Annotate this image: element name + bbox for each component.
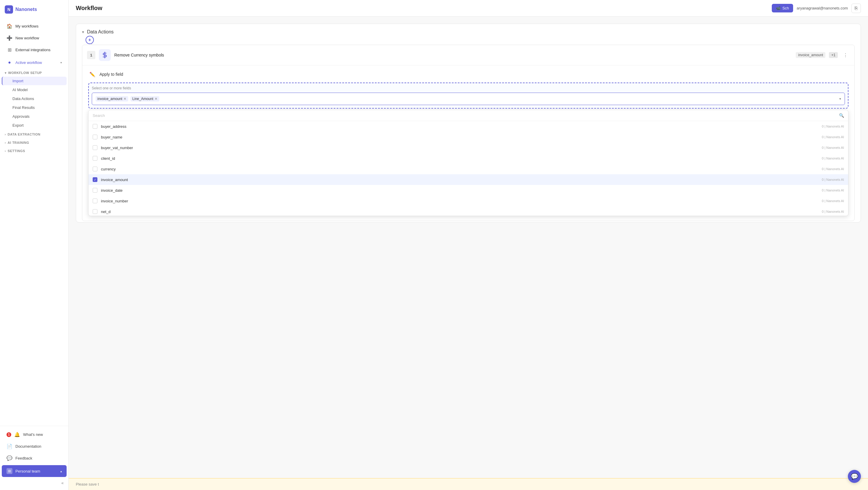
dropdown-item[interactable]: invoice_number0 | Nanonets AI [89, 196, 848, 206]
sidebar-item-approvals[interactable]: Approvals [2, 112, 67, 121]
step-icon [99, 49, 111, 61]
dropdown-checkbox [93, 145, 97, 150]
plus-icon: ➕ [6, 35, 12, 41]
search-icon: 🔍 [839, 113, 844, 118]
field-chip-remove-line-amount[interactable]: ✕ [155, 97, 157, 101]
home-icon: 🏠 [6, 23, 12, 29]
data-actions-label: Data Actions [12, 96, 34, 101]
sidebar-item-import[interactable]: Import [2, 77, 67, 85]
field-chip-remove-invoice-amount[interactable]: ✕ [123, 97, 126, 101]
dropdown-item-name: invoice_number [101, 199, 818, 203]
apply-field-header: ✏️ Apply to field [88, 70, 848, 78]
documentation-icon: 📄 [6, 444, 12, 449]
workflow-setup-label: WORKFLOW SETUP [8, 71, 42, 74]
sidebar-item-active-workflow[interactable]: ● Active workflow ▾ [2, 57, 67, 68]
dropdown-checkbox [93, 156, 97, 161]
sidebar-item-external-integrations[interactable]: ⊞ External integrations [2, 44, 67, 56]
dropdown-item-meta: 0 | Nanonets AI [822, 125, 844, 128]
data-actions-container: ▾ Data Actions + 1 [76, 24, 861, 223]
dropdown-item-meta: 0 | Nanonets AI [822, 199, 844, 203]
field-chip-label-invoice-amount: invoice_amount [97, 97, 122, 101]
field-selector-input[interactable]: invoice_amount ✕ Line_Amount ✕ ▾ [92, 93, 845, 105]
ai-training-header[interactable]: › AI TRAINING [0, 139, 68, 146]
workflow-card: 1 Remove Currency symbols invoice_amount… [82, 45, 855, 221]
documentation-label: Documentation [16, 444, 41, 449]
dropdown-item[interactable]: currency0 | Nanonets AI [89, 164, 848, 174]
sidebar-item-final-results[interactable]: Final Results [2, 103, 67, 112]
edit-icon: ✏️ [88, 70, 96, 78]
dropdown-search-input[interactable] [93, 113, 837, 118]
dropdown-item-meta: 0 | Nanonets AI [822, 210, 844, 213]
dropdown-checkbox [93, 124, 97, 129]
sidebar-item-new-workflow[interactable]: ➕ New workflow [2, 32, 67, 44]
collapse-sidebar-button[interactable]: « [0, 478, 68, 488]
dropdown-checkbox [93, 167, 97, 171]
field-selector-label: Select one or more fields [92, 86, 845, 90]
data-extraction-chevron: › [5, 133, 6, 136]
sidebar-nav: 🏠 My workflows ➕ New workflow ⊞ External… [0, 19, 68, 426]
import-label: Import [12, 79, 23, 83]
dropdown-item-meta: 0 | Nanonets AI [822, 157, 844, 160]
dropdown-item[interactable]: client_id0 | Nanonets AI [89, 153, 848, 164]
sidebar-item-ai-model[interactable]: AI Model [2, 86, 67, 94]
personal-team-label: Personal team [16, 469, 40, 473]
step-more-button[interactable]: ⋮ [841, 51, 850, 59]
step-tag-invoice: invoice_amount [796, 52, 825, 58]
integrations-icon: ⊞ [6, 47, 12, 53]
sidebar-item-documentation[interactable]: 📄 Documentation [2, 440, 67, 452]
feedback-icon: 💬 [6, 455, 12, 461]
topbar: Workflow 📹 Sch aryanagrawal@nanonets.com… [69, 0, 868, 17]
dropdown-item[interactable]: buyer_address0 | Nanonets AI [89, 121, 848, 132]
nav-label-external-integrations: External integrations [16, 47, 51, 52]
active-workflow-icon: ● [6, 60, 12, 65]
logo[interactable]: N Nanonets [0, 0, 68, 19]
currency-icon [101, 52, 108, 58]
ai-training-label: AI TRAINING [8, 141, 29, 144]
nav-label-my-workflows: My workflows [16, 24, 38, 28]
sidebar-item-whats-new[interactable]: 1 🔔 What's new [2, 429, 67, 440]
dropdown-item-meta: 0 | Nanonets AI [822, 189, 844, 192]
chat-button[interactable]: 💬 [848, 470, 861, 483]
dropdown-item[interactable]: buyer_name0 | Nanonets AI [89, 132, 848, 142]
final-results-label: Final Results [12, 105, 35, 110]
chevron-up-icon: ▴ [60, 469, 62, 473]
ai-training-chevron: › [5, 141, 6, 144]
chevron-down-icon: ▾ [82, 30, 84, 34]
schedule-btn-label: Sch [782, 6, 789, 10]
save-bar-text: Please save t [76, 482, 99, 486]
data-extraction-header[interactable]: › DATA EXTRACTION [0, 131, 68, 138]
dropdown-checkbox: ✓ [93, 177, 97, 182]
copy-icon: ⎘ [855, 6, 858, 11]
video-icon: 📹 [776, 6, 781, 10]
add-node-button[interactable]: + [86, 36, 94, 44]
workflow-setup-header[interactable]: ▾ WORKFLOW SETUP [0, 69, 68, 76]
step-number: 1 [87, 51, 95, 59]
field-selector-wrapper: Select one or more fields invoice_amount… [88, 83, 848, 108]
dropdown-item[interactable]: invoice_date0 | Nanonets AI [89, 185, 848, 196]
data-actions-header[interactable]: ▾ Data Actions [76, 24, 861, 40]
dropdown-list: buyer_address0 | Nanonets AIbuyer_name0 … [89, 121, 848, 216]
dropdown-item[interactable]: ✓invoice_amount0 | Nanonets AI [89, 174, 848, 185]
dropdown-item-meta: 0 | Nanonets AI [822, 178, 844, 182]
workflow-item-wrapper: + 1 Remove Currency symbols invoice_amou… [76, 40, 861, 221]
step-title: Remove Currency symbols [114, 53, 792, 57]
schedule-button[interactable]: 📹 Sch [772, 4, 793, 12]
sidebar-item-export[interactable]: Export [2, 121, 67, 130]
dropdown-item[interactable]: buyer_vat_number0 | Nanonets AI [89, 142, 848, 153]
sidebar-item-my-workflows[interactable]: 🏠 My workflows [2, 21, 67, 32]
dropdown-search: 🔍 [89, 110, 848, 121]
page-title: Workflow [76, 5, 102, 11]
personal-team-item[interactable]: ⊞ Personal team ▴ [2, 465, 67, 477]
sidebar-item-feedback[interactable]: 💬 Feedback [2, 452, 67, 464]
settings-header[interactable]: › SETTINGS [0, 148, 68, 155]
dropdown-item-name: client_id [101, 156, 818, 161]
field-chip-label-line-amount: Line_Amount [132, 97, 153, 101]
dropdown-item-name: buyer_address [101, 124, 818, 129]
copy-button[interactable]: ⎘ [851, 4, 861, 13]
dropdown-item-name: buyer_vat_number [101, 145, 818, 150]
personal-team-icon: ⊞ [6, 468, 12, 474]
dropdown-item[interactable]: net_d0 | Nanonets AI [89, 206, 848, 216]
data-actions-title: Data Actions [87, 29, 114, 35]
logo-text: Nanonets [16, 7, 37, 12]
sidebar-item-data-actions[interactable]: Data Actions [2, 94, 67, 103]
